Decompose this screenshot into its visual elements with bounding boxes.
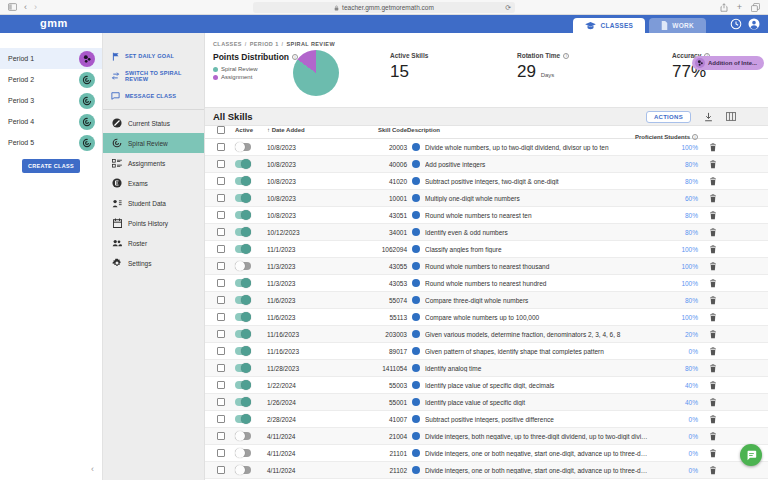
sidebar-item-period-1[interactable]: Period 1 [0,48,102,69]
trash-icon[interactable] [709,143,717,152]
select-all-checkbox[interactable] [217,126,225,134]
row-checkbox[interactable] [217,279,225,287]
row-checkbox[interactable] [217,211,225,219]
proficient-students-link[interactable]: 100% [681,263,698,270]
address-bar[interactable]: teacher.gmm.getmoremath.com ⟳ [253,2,515,13]
trash-icon[interactable] [709,245,717,254]
tab-work[interactable]: WORK [649,18,706,33]
proficient-students-link[interactable]: 40% [685,382,698,389]
reload-icon[interactable]: ⟳ [505,4,511,12]
nav-item-exams[interactable]: Exams [103,173,204,193]
proficient-students-link[interactable]: 20% [685,331,698,338]
quick-action-message-class[interactable]: MESSAGE CLASS [103,86,204,106]
active-toggle[interactable] [235,466,251,474]
row-checkbox[interactable] [217,262,225,270]
forward-button[interactable]: › [34,3,37,12]
active-toggle[interactable] [235,432,251,440]
trash-icon[interactable] [709,347,717,356]
row-checkbox[interactable] [217,296,225,304]
quick-action-switch-to-spiral-review[interactable]: SWITCH TO SPIRAL REVIEW [103,66,204,86]
row-checkbox[interactable] [217,432,225,440]
sidebar-item-period-3[interactable]: Period 3 [0,90,102,111]
row-checkbox[interactable] [217,364,225,372]
proficient-students-link[interactable]: 80% [685,365,698,372]
trash-icon[interactable] [709,279,717,288]
trash-icon[interactable] [709,398,717,407]
row-checkbox[interactable] [217,347,225,355]
proficient-students-link[interactable]: 40% [685,399,698,406]
collapse-sidebar-icon[interactable]: ‹ [91,464,94,474]
row-checkbox[interactable] [217,398,225,406]
info-icon[interactable]: i [563,53,569,59]
active-toggle[interactable] [235,262,251,270]
row-checkbox[interactable] [217,160,225,168]
active-toggle[interactable] [235,245,251,253]
active-toggle[interactable] [235,415,251,423]
proficient-students-link[interactable]: 80% [685,297,698,304]
col-date-added[interactable]: ↑ Date Added [267,127,352,133]
active-toggle[interactable] [235,228,251,236]
proficient-students-link[interactable]: 100% [681,246,698,253]
nav-item-assignments[interactable]: Assignments [103,153,204,173]
active-toggle[interactable] [235,364,251,372]
active-toggle[interactable] [235,313,251,321]
row-checkbox[interactable] [217,449,225,457]
active-toggle[interactable] [235,160,251,168]
account-icon[interactable] [748,18,760,30]
new-tab-icon[interactable]: + [737,3,742,12]
active-toggle[interactable] [235,347,251,355]
download-icon[interactable] [704,112,713,122]
active-toggle[interactable] [235,177,251,185]
breadcrumb[interactable]: CLASSES/PERIOD 1/SPIRAL REVIEW [205,33,768,47]
proficient-students-link[interactable]: 100% [681,314,698,321]
row-checkbox[interactable] [217,245,225,253]
row-checkbox[interactable] [217,466,225,474]
proficient-students-link[interactable]: 80% [685,178,698,185]
chat-fab[interactable] [740,444,762,466]
active-toggle[interactable] [235,398,251,406]
trash-icon[interactable] [709,466,717,475]
sidebar-item-period-4[interactable]: Period 4 [0,111,102,132]
row-checkbox[interactable] [217,415,225,423]
share-icon[interactable] [720,3,728,12]
trash-icon[interactable] [709,313,717,322]
trash-icon[interactable] [709,177,717,186]
current-skill-badge[interactable]: Addition of Inte... [692,56,764,70]
active-toggle[interactable] [235,381,251,389]
trash-icon[interactable] [709,364,717,373]
proficient-students-link[interactable]: 0% [689,433,698,440]
active-toggle[interactable] [235,330,251,338]
row-checkbox[interactable] [217,228,225,236]
proficient-students-link[interactable]: 0% [689,348,698,355]
trash-icon[interactable] [709,211,717,220]
proficient-students-link[interactable]: 0% [689,467,698,474]
row-checkbox[interactable] [217,194,225,202]
nav-item-current-status[interactable]: Current Status [103,113,204,133]
tab-classes[interactable]: CLASSES [573,18,645,33]
trash-icon[interactable] [709,432,717,441]
row-checkbox[interactable] [217,143,225,151]
nav-item-roster[interactable]: Roster [103,233,204,253]
proficient-students-link[interactable]: 60% [685,195,698,202]
proficient-students-link[interactable]: 100% [681,144,698,151]
trash-icon[interactable] [709,330,717,339]
proficient-students-link[interactable]: 100% [681,280,698,287]
row-checkbox[interactable] [217,330,225,338]
tabs-overview-icon[interactable] [751,3,760,12]
proficient-students-link[interactable]: 0% [689,416,698,423]
active-toggle[interactable] [235,449,251,457]
trash-icon[interactable] [709,194,717,203]
row-checkbox[interactable] [217,313,225,321]
row-checkbox[interactable] [217,381,225,389]
trash-icon[interactable] [709,296,717,305]
proficient-students-link[interactable]: 80% [685,161,698,168]
active-toggle[interactable] [235,279,251,287]
sidebar-item-period-2[interactable]: Period 2 [0,69,102,90]
active-toggle[interactable] [235,296,251,304]
trash-icon[interactable] [709,262,717,271]
trash-icon[interactable] [709,381,717,390]
row-checkbox[interactable] [217,177,225,185]
quick-action-set-daily-goal[interactable]: SET DAILY GOAL [103,46,204,66]
trash-icon[interactable] [709,228,717,237]
trash-icon[interactable] [709,415,717,424]
